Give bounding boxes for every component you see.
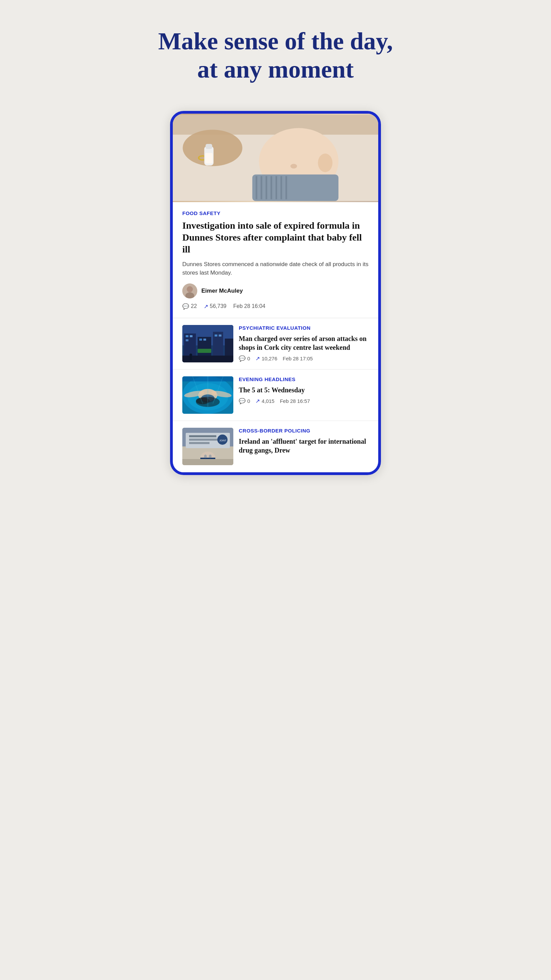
headlines-meta: 💬 0 ↗ 4,015 Feb 28 16:57	[239, 398, 369, 404]
list-article-2[interactable]: EVENING HEADLINES The 5 at 5: Wednesday …	[173, 369, 378, 421]
svg-rect-31	[203, 339, 206, 340]
svg-rect-28	[190, 335, 192, 337]
border-article-info: CROSS-BORDER POLICING Ireland an 'afflue…	[239, 428, 369, 458]
svg-rect-34	[198, 349, 211, 353]
svg-rect-6	[252, 174, 338, 201]
svg-point-17	[291, 164, 297, 169]
svg-rect-33	[219, 334, 221, 337]
svg-point-62	[209, 455, 211, 458]
comment-icon: 💬	[182, 303, 189, 310]
headlines-trending: ↗ 4,015	[256, 398, 275, 404]
arson-title: Man charged over series of arson attacks…	[239, 334, 369, 352]
svg-rect-9	[266, 176, 267, 199]
svg-point-19	[187, 286, 193, 292]
list-article-1[interactable]: PSYCHIATRIC EVALUATION Man charged over …	[173, 318, 378, 369]
svg-rect-11	[275, 176, 277, 199]
arson-article-info: PSYCHIATRIC EVALUATION Man charged over …	[239, 325, 369, 362]
border-category: CROSS-BORDER POLICING	[239, 428, 369, 434]
hero-headline: Make sense of the day, at any moment	[156, 27, 395, 84]
featured-article-image	[173, 114, 378, 202]
svg-rect-15	[205, 144, 212, 149]
hero-section: Make sense of the day, at any moment	[136, 0, 415, 104]
trending-icon-3: ↗	[256, 398, 260, 404]
comment-icon-2: 💬	[239, 355, 246, 362]
featured-meta: 💬 22 ↗ 56,739 Feb 28 16:04	[182, 303, 369, 310]
featured-category: FOOD SAFETY	[182, 210, 369, 216]
publish-date: Feb 28 16:04	[233, 303, 265, 309]
svg-rect-63	[182, 459, 233, 465]
comment-count: 💬 22	[182, 303, 197, 310]
headlines-category: EVENING HEADLINES	[239, 376, 369, 382]
svg-point-36	[189, 353, 192, 356]
author-row: Eimer McAuley	[182, 283, 369, 298]
svg-rect-56	[189, 442, 210, 444]
svg-rect-54	[189, 435, 216, 437]
svg-rect-27	[186, 335, 189, 337]
svg-rect-32	[214, 334, 218, 337]
article-thumb-border: JOINT	[182, 428, 233, 465]
arson-meta: 💬 0 ↗ 10,276 Feb 28 17:05	[239, 355, 369, 362]
svg-rect-10	[270, 176, 272, 199]
list-article-3[interactable]: JOINT CROSS-BORDER POLICING Ireland an '…	[173, 421, 378, 472]
svg-rect-8	[260, 176, 262, 199]
featured-article-content[interactable]: FOOD SAFETY Investigation into sale of e…	[173, 202, 378, 318]
svg-rect-37	[190, 356, 192, 360]
headlines-title: The 5 at 5: Wednesday	[239, 385, 369, 395]
arson-date: Feb 28 17:05	[283, 356, 313, 361]
author-name: Eimer McAuley	[202, 288, 243, 294]
svg-point-61	[204, 455, 207, 458]
trending-icon: ↗	[204, 303, 208, 310]
headlines-date: Feb 28 16:57	[280, 398, 310, 404]
border-title: Ireland an 'affluent' target for interna…	[239, 437, 369, 455]
avatar	[182, 283, 197, 298]
article-thumb-swimming	[182, 376, 233, 414]
svg-point-5	[318, 153, 333, 172]
svg-rect-13	[285, 176, 287, 199]
arson-comments: 💬 0	[239, 355, 250, 362]
arson-trending: ↗ 10,276	[256, 355, 277, 362]
svg-rect-29	[186, 339, 189, 341]
featured-excerpt: Dunnes Stores commenced a nationwide dat…	[182, 260, 369, 277]
svg-rect-7	[256, 176, 257, 199]
article-thumb-arson	[182, 325, 233, 363]
app-mockup: FOOD SAFETY Investigation into sale of e…	[170, 111, 381, 475]
trending-icon-2: ↗	[256, 355, 260, 362]
featured-title: Investigation into sale of expired formu…	[182, 220, 369, 255]
arson-category: PSYCHIATRIC EVALUATION	[239, 325, 369, 331]
svg-rect-16	[205, 153, 212, 163]
svg-rect-12	[281, 176, 282, 199]
trending-count: ↗ 56,739	[204, 303, 227, 310]
svg-text:JOINT: JOINT	[219, 439, 227, 442]
comment-icon-3: 💬	[239, 398, 246, 404]
headlines-comments: 💬 0	[239, 398, 250, 404]
headlines-article-info: EVENING HEADLINES The 5 at 5: Wednesday …	[239, 376, 369, 404]
svg-rect-30	[199, 339, 202, 340]
